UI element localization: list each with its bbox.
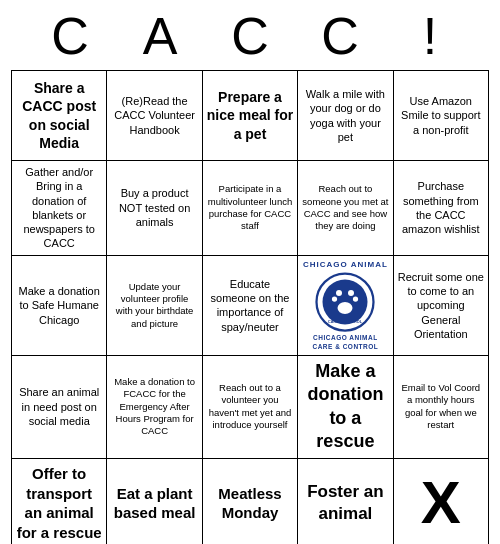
cell-r1c5[interactable]: Use Amazon Smile to support a non-profit [394, 71, 489, 161]
cell-r3c1[interactable]: Make a donation to Safe Humane Chicago [12, 256, 107, 356]
cell-r5c4[interactable]: Foster an animal [298, 459, 393, 544]
cell-r2c1[interactable]: Gather and/or Bring in a donation of bla… [12, 161, 107, 256]
cell-r5c3[interactable]: Meatless Monday [203, 459, 298, 544]
cell-r2c4[interactable]: Reach out to someone you met at CACC and… [298, 161, 393, 256]
cell-r2c5[interactable]: Purchase something from the CACC amazon … [394, 161, 489, 256]
svg-point-4 [332, 297, 337, 302]
cell-r3c2[interactable]: Update your volunteer profile with your … [107, 256, 202, 356]
svg-point-3 [348, 290, 354, 296]
bingo-card: C A C C ! Share a CACC post on social Me… [5, 0, 495, 544]
cacc-logo-svg: CARE & CONTROL [315, 272, 375, 332]
cell-r4c4[interactable]: Make a donation to a rescue [298, 356, 393, 459]
title-letter-exclaim: ! [385, 6, 475, 66]
cell-r3c4-logo: CHICAGO ANIMAL CARE & CONTROL CHICAGO AN… [298, 256, 393, 356]
title-letter-a: A [115, 6, 205, 66]
cell-r4c3[interactable]: Reach out to a volunteer you haven't met… [203, 356, 298, 459]
cell-r2c2[interactable]: Buy a product NOT tested on animals [107, 161, 202, 256]
logo-bottom-text: CHICAGO ANIMAL CARE & CONTROL [302, 334, 388, 351]
svg-point-5 [353, 297, 358, 302]
title-letter-c3: C [295, 6, 385, 66]
cell-r3c3[interactable]: Educate someone on the importance of spa… [203, 256, 298, 356]
cell-r2c3[interactable]: Participate in a multivolunteer lunch pu… [203, 161, 298, 256]
svg-point-2 [336, 290, 342, 296]
cell-r4c2[interactable]: Make a donation to FCACC for the Emergen… [107, 356, 202, 459]
cell-r5c5-x[interactable]: X [394, 459, 489, 544]
cell-r4c5[interactable]: Email to Vol Coord a monthly hours goal … [394, 356, 489, 459]
bingo-grid: Share a CACC post on social Media (Re)Re… [11, 70, 489, 544]
cell-r1c4[interactable]: Walk a mile with your dog or do yoga wit… [298, 71, 393, 161]
cell-r3c5[interactable]: Recruit some one to come to an upcoming … [394, 256, 489, 356]
cacc-logo: CHICAGO ANIMAL CARE & CONTROL CHICAGO AN… [302, 260, 388, 351]
svg-point-6 [338, 302, 353, 314]
cell-r4c1[interactable]: Share an animal in need post on social m… [12, 356, 107, 459]
cell-r1c1[interactable]: Share a CACC post on social Media [12, 71, 107, 161]
logo-top-text: CHICAGO ANIMAL [303, 260, 388, 270]
title-letter-c1: C [25, 6, 115, 66]
title-letter-c2: C [205, 6, 295, 66]
cell-r1c3[interactable]: Prepare a nice meal for a pet [203, 71, 298, 161]
bingo-title: C A C C ! [11, 6, 489, 66]
cell-r5c2[interactable]: Eat a plant based meal [107, 459, 202, 544]
svg-text:CARE & CONTROL: CARE & CONTROL [328, 320, 363, 324]
cell-r5c1[interactable]: Offer to transport an animal for a rescu… [12, 459, 107, 544]
cell-r1c2[interactable]: (Re)Read the CACC Volunteer Handbook [107, 71, 202, 161]
